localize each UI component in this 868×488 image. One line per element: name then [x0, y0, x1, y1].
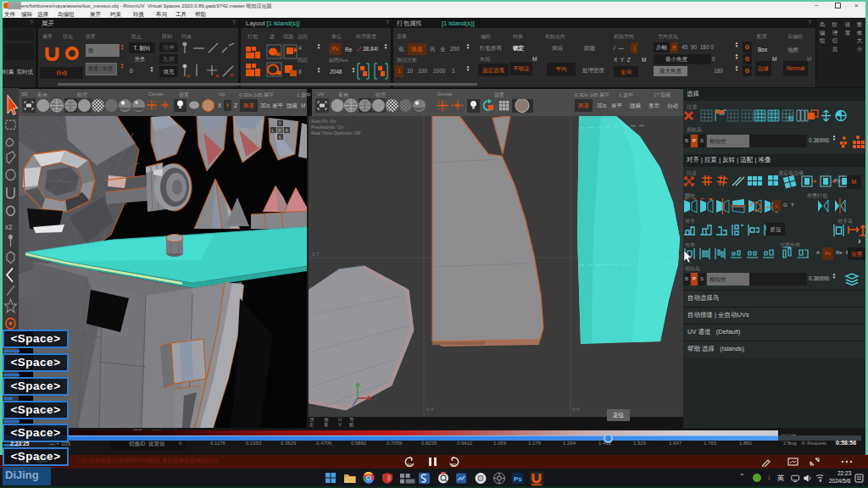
svg-text:x2: x2: [5, 222, 13, 231]
svg-text:×: ×: [186, 73, 190, 79]
svg-text:×: ×: [215, 73, 219, 79]
svg-text:Ps: Ps: [514, 475, 522, 483]
svg-text:T: T: [279, 121, 281, 126]
svg-text:L: L: [272, 128, 275, 133]
svg-text:10: 10: [407, 463, 412, 468]
svg-text:×: ×: [230, 72, 233, 78]
svg-text:30: 30: [451, 463, 456, 468]
svg-text:R: R: [286, 128, 289, 133]
